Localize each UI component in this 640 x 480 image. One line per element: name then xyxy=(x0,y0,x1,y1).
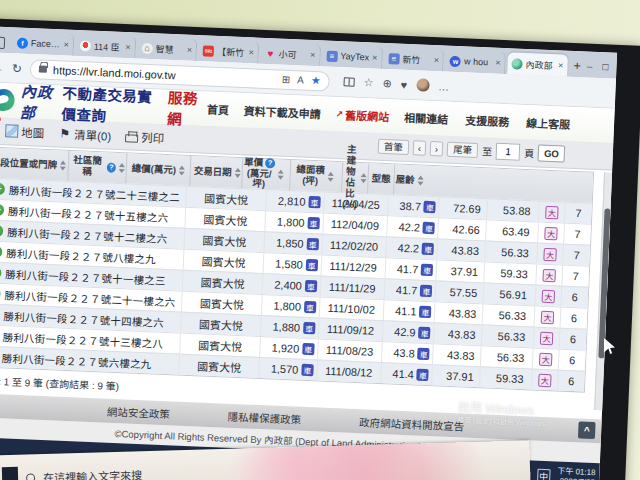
sort-icon[interactable] xyxy=(361,173,367,183)
clock[interactable]: 下午 01:18 2023/7/05 xyxy=(557,466,596,480)
tab-close-icon[interactable]: × xyxy=(310,50,316,60)
address-text[interactable]: 勝利八街一段２２７號十二樓之六 xyxy=(7,224,168,246)
back-icon[interactable]: ← xyxy=(0,60,4,74)
toolbar-button[interactable]: 列印 xyxy=(125,128,165,146)
column-header[interactable]: 型態 ? xyxy=(368,163,395,194)
parking-badge[interactable]: 車 xyxy=(417,369,429,381)
scrollbar[interactable] xyxy=(594,172,613,410)
favorites-bar-icon[interactable]: ☆ xyxy=(363,76,373,89)
last-page-button[interactable]: 尾筆 xyxy=(447,141,479,158)
parking-badge[interactable]: 車 xyxy=(307,217,319,229)
nav-item[interactable]: ↗ 支援服務 xyxy=(465,111,512,129)
browser-tab[interactable]: 智慧 × xyxy=(137,37,198,61)
parking-badge[interactable]: 車 xyxy=(421,264,433,276)
collections-icon[interactable]: ⊕ xyxy=(382,77,392,90)
tab-close-icon[interactable]: × xyxy=(125,42,131,52)
building-type-badge[interactable]: 大 xyxy=(543,247,557,261)
building-type-badge[interactable]: 大 xyxy=(544,226,558,240)
nav-item[interactable]: ↗ 相關連結 xyxy=(404,109,451,127)
expand-plus-icon[interactable]: + xyxy=(0,204,4,216)
address-text[interactable]: 勝利八街一段２２７號六樓之九 xyxy=(2,350,152,371)
address-text[interactable]: 勝利八街一段２２７號十四樓之六 xyxy=(3,308,164,330)
tab-close-icon[interactable]: × xyxy=(372,52,378,62)
browser-tab[interactable]: 新竹 × xyxy=(384,47,445,71)
building-type-badge[interactable]: 大 xyxy=(540,331,554,345)
sort-icon[interactable] xyxy=(179,165,185,175)
sort-icon[interactable] xyxy=(119,163,125,173)
help-icon[interactable]: ? xyxy=(106,162,116,172)
toolbar-button[interactable]: 地圖 xyxy=(5,123,45,141)
next-page-button[interactable]: › xyxy=(430,141,444,157)
sort-icon[interactable] xyxy=(277,170,283,180)
parking-badge[interactable]: 車 xyxy=(306,238,318,250)
settings-more-icon[interactable]: … xyxy=(438,80,449,92)
parking-badge[interactable]: 車 xyxy=(418,348,430,360)
building-type-badge[interactable]: 大 xyxy=(539,352,553,366)
address-text[interactable]: 勝利八街一段２２７號十三樓之八 xyxy=(2,329,163,351)
building-type-badge[interactable]: 大 xyxy=(538,373,552,387)
grid-icon[interactable]: ⊞ xyxy=(282,74,291,85)
toolbar-button[interactable]: 清單(0) xyxy=(58,125,112,143)
expand-plus-icon[interactable]: + xyxy=(0,246,2,258)
parking-badge[interactable]: 車 xyxy=(418,327,430,339)
tab-close-icon[interactable]: × xyxy=(434,55,440,65)
column-header[interactable]: 交易日期 ? xyxy=(190,156,243,188)
laptop-search-text[interactable]: 在這裡輸入文字來搜 xyxy=(43,466,142,480)
browser-tab[interactable]: 小可 × xyxy=(260,42,321,66)
split-screen-icon[interactable] xyxy=(344,77,355,86)
sort-icon[interactable] xyxy=(235,168,241,178)
favorite-star-icon[interactable]: ★ xyxy=(311,74,321,87)
prev-page-button[interactable]: ‹ xyxy=(412,140,426,156)
browser-tab[interactable]: w hou × xyxy=(446,50,507,74)
footer-link[interactable]: 網站安全政策 xyxy=(107,403,171,421)
help-icon[interactable]: ? xyxy=(265,158,275,168)
tab-close-icon[interactable]: × xyxy=(187,45,193,55)
column-header[interactable]: 總面積 ? (坪) xyxy=(290,160,343,192)
browser-tab[interactable]: YayTex × xyxy=(322,44,383,68)
browser-essentials-icon[interactable]: ♥ xyxy=(401,78,408,90)
parking-badge[interactable]: 車 xyxy=(422,243,434,255)
expand-plus-icon[interactable]: + xyxy=(0,288,1,300)
new-tab-button[interactable]: + xyxy=(573,58,581,73)
tab-close-icon[interactable]: × xyxy=(248,47,254,57)
maximize-button[interactable]: □ xyxy=(602,61,609,72)
sort-icon[interactable] xyxy=(417,175,423,185)
go-button[interactable]: GO xyxy=(538,144,565,162)
parking-badge[interactable]: 車 xyxy=(301,364,313,376)
expand-plus-icon[interactable]: + xyxy=(0,225,3,237)
parking-badge[interactable]: 車 xyxy=(303,322,315,334)
browser-tab[interactable]: Facebo × xyxy=(13,31,75,56)
column-header[interactable]: 主建物 ? 佔比(%) xyxy=(342,162,369,193)
footer-link[interactable]: 隱私權保護政策 xyxy=(227,408,301,426)
ime-indicator[interactable]: 中 xyxy=(537,468,551,480)
parking-badge[interactable]: 車 xyxy=(308,196,320,208)
footer-link[interactable]: 政府網站資料開放宣告 xyxy=(359,414,465,433)
site-logo-icon[interactable] xyxy=(0,89,15,112)
address-text[interactable]: 勝利八街一段２２７號十一樓之三 xyxy=(5,266,166,288)
building-type-badge[interactable]: 大 xyxy=(542,289,556,303)
column-header[interactable]: 總價(萬元) ? xyxy=(126,153,191,186)
column-header[interactable]: 單價 ? (萬元/坪) xyxy=(242,158,291,190)
building-type-badge[interactable]: 大 xyxy=(541,310,555,324)
minimize-button[interactable]: – xyxy=(587,60,593,71)
nav-item[interactable]: ↗ 資料下載及申請 xyxy=(243,102,321,121)
read-aloud-icon[interactable]: A xyxy=(297,74,304,85)
parking-badge[interactable]: 車 xyxy=(419,306,431,318)
parking-badge[interactable]: 車 xyxy=(306,259,318,271)
browser-tab[interactable]: 【新竹 × xyxy=(199,39,260,63)
profile-avatar[interactable] xyxy=(416,78,430,92)
refresh-icon[interactable]: ↻ xyxy=(12,61,23,75)
nav-item[interactable]: ↗ 線上客服 xyxy=(526,114,571,132)
address-text[interactable]: 勝利八街一段２２７號八樓之九 xyxy=(6,245,156,266)
nav-item[interactable]: ↗ 舊版網站 xyxy=(335,106,389,124)
sort-icon[interactable] xyxy=(327,172,333,182)
parking-badge[interactable]: 車 xyxy=(302,343,314,355)
parking-badge[interactable]: 車 xyxy=(420,285,432,297)
browser-tab[interactable]: 內政部 × xyxy=(507,52,568,76)
browser-tab[interactable]: 114 臣 × xyxy=(75,34,136,58)
address-text[interactable]: 勝利八街一段２２７號十五樓之六 xyxy=(8,203,169,225)
building-type-badge[interactable]: 大 xyxy=(543,268,557,282)
column-header[interactable]: 社區簡稱 ? xyxy=(68,151,127,183)
page-input[interactable] xyxy=(496,143,521,161)
parking-badge[interactable]: 車 xyxy=(304,301,316,313)
